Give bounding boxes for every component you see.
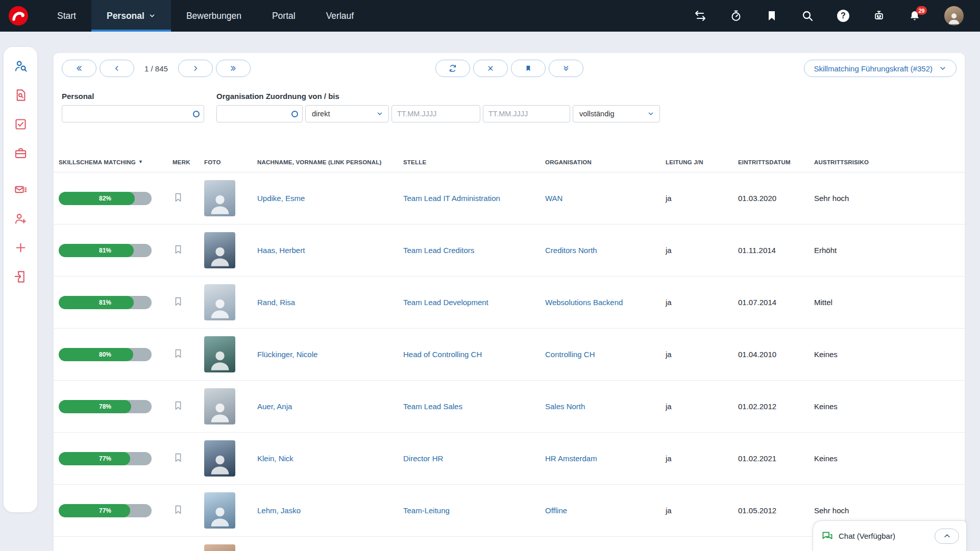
completeness-select[interactable]: vollständig — [573, 105, 660, 122]
search-icon[interactable] — [801, 10, 814, 22]
column-header-leitung[interactable]: Leitung J/N — [666, 159, 738, 165]
organisation-link[interactable]: Websolutions Backend — [545, 298, 623, 307]
leitung-value: ja — [666, 298, 738, 307]
nav-item-verlauf[interactable]: Verlauf — [311, 0, 369, 32]
sidebar-item-briefcase-icon[interactable] — [14, 146, 28, 160]
stelle-link[interactable]: Team Lead Development — [403, 298, 488, 307]
stelle-link[interactable]: Team Lead Creditors — [403, 246, 474, 255]
employee-name-link[interactable]: Auer, Anja — [257, 402, 292, 411]
stopwatch-icon[interactable] — [730, 10, 742, 22]
app-logo-icon[interactable] — [8, 6, 29, 26]
organisation-filter-input[interactable] — [216, 105, 303, 122]
employee-photo[interactable] — [204, 544, 235, 551]
next-page-button[interactable] — [178, 60, 213, 77]
personal-filter-label: Personal — [62, 92, 204, 101]
nav-item-portal[interactable]: Portal — [257, 0, 311, 32]
column-header-austrittsrisiko[interactable]: Austrittsrisiko — [814, 159, 965, 165]
match-percentage: 80% — [59, 348, 152, 361]
nav-item-bewerbungen[interactable]: Bewerbungen — [171, 0, 257, 32]
organisation-link[interactable]: Controlling CH — [545, 350, 595, 359]
stelle-link[interactable]: Team-Leitung — [403, 506, 450, 515]
first-page-button[interactable] — [62, 60, 96, 77]
sidebar-item-add-icon[interactable] — [14, 241, 28, 255]
stelle-link[interactable]: Director HR — [403, 454, 443, 463]
column-header-matching[interactable]: Skillschema Matching ▼ — [59, 159, 173, 165]
column-header-merk[interactable]: Merk — [173, 159, 204, 165]
stelle-link[interactable]: Team Lead IT Administration — [403, 194, 500, 203]
organisation-link[interactable]: HR Amsterdam — [545, 454, 597, 463]
stelle-link[interactable]: Head of Controlling CH — [403, 350, 482, 359]
leitung-value: ja — [666, 506, 738, 515]
austrittsrisiko-value: Keines — [814, 402, 965, 411]
bot-assistant-icon[interactable] — [873, 10, 885, 22]
employee-photo[interactable] — [204, 388, 235, 424]
chat-expand-button[interactable] — [935, 529, 959, 544]
row-bookmark-icon[interactable] — [173, 196, 184, 205]
row-bookmark-icon[interactable] — [173, 508, 184, 517]
swap-arrows-icon[interactable] — [694, 10, 706, 22]
results-table: Skillschema Matching ▼ Merk Foto Nachnam… — [54, 152, 965, 551]
bookmark-results-button[interactable] — [511, 60, 546, 77]
chevron-down-icon — [939, 64, 947, 72]
employee-photo[interactable] — [204, 180, 235, 216]
employee-photo[interactable] — [204, 336, 235, 372]
date-from-input[interactable] — [391, 105, 480, 122]
column-header-organisation[interactable]: Organisation — [545, 159, 666, 165]
relation-select[interactable]: direkt — [305, 105, 389, 122]
last-page-button[interactable] — [216, 60, 251, 77]
column-header-stelle[interactable]: Stelle — [403, 159, 545, 165]
sidebar-item-mailing-icon[interactable] — [14, 183, 28, 196]
austrittsrisiko-value: Mittel — [814, 298, 965, 307]
sidebar-item-tasks-icon[interactable] — [14, 117, 28, 131]
employee-photo[interactable] — [204, 284, 235, 320]
row-bookmark-icon[interactable] — [173, 404, 184, 413]
sidebar-item-personal-search-icon[interactable] — [14, 59, 28, 73]
organisation-link[interactable]: WAN — [545, 194, 562, 203]
column-header-eintrittsdatum[interactable]: Eintrittsdatum — [738, 159, 814, 165]
chevron-down-icon — [149, 12, 156, 19]
organisation-link[interactable]: Offline — [545, 506, 567, 515]
employee-photo[interactable] — [204, 440, 235, 477]
sort-desc-icon[interactable]: ▼ — [138, 160, 143, 164]
previous-page-button[interactable] — [100, 60, 134, 77]
sidebar-item-add-person-icon[interactable] — [14, 212, 28, 226]
refresh-button[interactable] — [435, 60, 470, 77]
user-avatar[interactable] — [944, 6, 964, 26]
expand-all-button[interactable] — [549, 60, 583, 77]
chat-widget: Chat (Verfügbar) — [813, 520, 967, 551]
search-preset-dropdown[interactable]: Skillmatching Führungskraft (#352) — [804, 60, 957, 77]
nav-item-personal[interactable]: Personal — [91, 0, 171, 32]
employee-name-link[interactable]: Klein, Nick — [257, 454, 293, 463]
row-bookmark-icon[interactable] — [173, 352, 184, 361]
nav-item-start[interactable]: Start — [42, 0, 91, 32]
clear-filter-button[interactable] — [473, 60, 508, 77]
notifications-bell-icon[interactable]: 29 — [909, 10, 921, 22]
sidebar-item-document-search-icon[interactable] — [14, 88, 28, 102]
chevron-down-icon — [647, 110, 654, 117]
lookup-circle-icon[interactable] — [193, 111, 200, 117]
personal-filter-input[interactable] — [62, 105, 204, 122]
column-header-name[interactable]: Nachname, Vorname (Link Personal) — [257, 159, 403, 165]
employee-name-link[interactable]: Flückinger, Nicole — [257, 350, 317, 359]
date-to-input[interactable] — [483, 105, 570, 122]
employee-name-link[interactable]: Rand, Risa — [257, 298, 295, 307]
eintrittsdatum-value: 01.03.2020 — [738, 194, 814, 203]
employee-name-link[interactable]: Updike, Esme — [257, 194, 305, 203]
austrittsrisiko-value: Sehr hoch — [814, 506, 965, 515]
column-header-foto[interactable]: Foto — [204, 159, 257, 165]
stelle-link[interactable]: Team Lead Sales — [403, 402, 462, 411]
sidebar-item-import-icon[interactable] — [14, 270, 28, 284]
organisation-link[interactable]: Sales North — [545, 402, 585, 411]
employee-name-link[interactable]: Lehm, Jasko — [257, 506, 301, 515]
bookmark-icon[interactable] — [766, 10, 778, 22]
help-icon[interactable]: ? — [837, 10, 849, 22]
row-bookmark-icon[interactable] — [173, 456, 184, 465]
organisation-link[interactable]: Creditors North — [545, 246, 597, 255]
employee-photo[interactable] — [204, 492, 235, 529]
row-bookmark-icon[interactable] — [173, 248, 184, 257]
lookup-circle-icon[interactable] — [291, 111, 298, 117]
employee-name-link[interactable]: Haas, Herbert — [257, 246, 305, 255]
employee-photo[interactable] — [204, 232, 235, 268]
row-bookmark-icon[interactable] — [173, 300, 184, 309]
match-percentage: 82% — [59, 192, 152, 205]
